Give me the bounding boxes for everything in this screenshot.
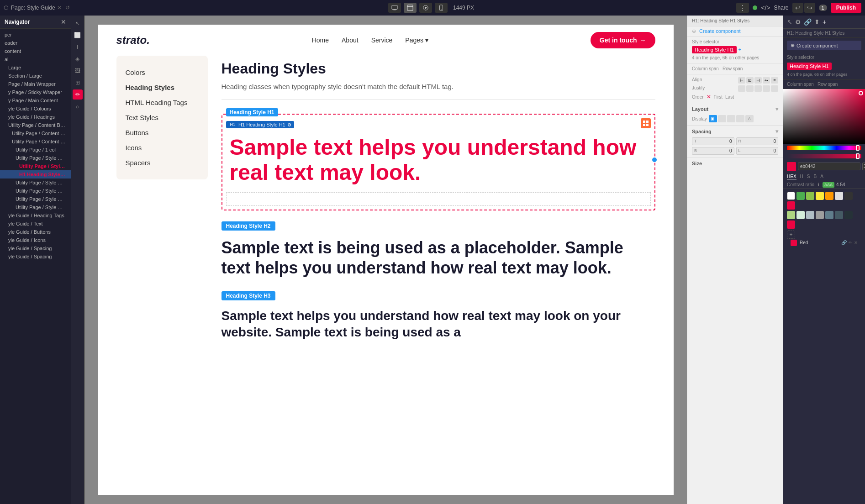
nav-item-content-header[interactable]: Utility Page / Content Header <box>0 129 71 137</box>
swatch-white[interactable] <box>787 192 795 200</box>
swatch-steelblue[interactable] <box>825 211 833 219</box>
hex-input[interactable] <box>798 163 860 170</box>
display-block-btn[interactable]: ▣ <box>709 115 717 122</box>
swatch-darkblue[interactable] <box>835 211 843 219</box>
grid-icon[interactable] <box>641 118 651 128</box>
cta-button[interactable]: Get in touch → <box>591 32 655 48</box>
nav-item-icons[interactable]: yle Guide / Icons <box>0 236 71 244</box>
color-hue-bar[interactable] <box>787 146 861 150</box>
undo-button[interactable]: ↩ <box>792 3 803 13</box>
nav-item[interactable]: per <box>0 31 71 39</box>
canvas-area[interactable]: strato. Home About Service Pages ▾ Get i… <box>84 16 687 504</box>
swatch-link-icon[interactable]: 🔗 <box>841 240 847 245</box>
nav-item-main-content[interactable]: y Page / Main Content <box>0 96 71 105</box>
swatch-lightgray[interactable] <box>835 192 843 200</box>
menu-icons[interactable]: Icons <box>126 140 199 155</box>
justify-end-btn[interactable] <box>746 85 754 92</box>
resize-handle[interactable] <box>652 158 657 162</box>
nav-item[interactable]: content <box>0 47 71 55</box>
menu-service[interactable]: Service <box>371 37 393 44</box>
nav-item-content-main[interactable]: Utility Page / Content Main <box>0 137 71 146</box>
nav-item[interactable]: Page / Main Wrapper <box>0 80 71 88</box>
arrow-tool[interactable]: ↖ <box>73 18 83 28</box>
hue-cursor[interactable] <box>856 145 860 151</box>
align-baseline-btn[interactable]: ≡ <box>771 77 778 84</box>
nav-item[interactable]: Large <box>0 63 71 72</box>
nav-item-style-guide-5[interactable]: Utility Page / Style Guide <box>0 203 71 211</box>
grid-tool[interactable]: ⊞ <box>73 78 83 88</box>
swatch-edit-icon[interactable]: ✏ <box>849 240 852 245</box>
menu-home[interactable]: Home <box>312 37 329 44</box>
swatch-add-button[interactable]: + <box>787 231 795 239</box>
refresh-icon[interactable]: ↺ <box>65 5 70 11</box>
page-tab[interactable]: Page: Style Guide ✕ ↺ <box>11 5 70 11</box>
margin-bottom[interactable]: B 0 <box>692 147 734 155</box>
h-tab[interactable]: H <box>800 174 803 179</box>
swatch-red[interactable] <box>787 201 795 210</box>
nav-item-1col[interactable]: Utility Page / 1 col <box>0 146 71 154</box>
pen-tool[interactable]: ✏ <box>73 89 83 100</box>
style-value-badge[interactable]: Heading Style H1 <box>692 46 737 53</box>
margin-left[interactable]: L 0 <box>736 147 779 155</box>
menu-text-styles[interactable]: Text Styles <box>126 110 199 125</box>
nav-item-headings[interactable]: yle Guide / Headings <box>0 113 71 121</box>
menu-pages[interactable]: Pages ▾ <box>405 37 428 44</box>
color-preview-swatch[interactable] <box>787 162 796 171</box>
nav-item[interactable]: eader <box>0 39 71 47</box>
cp-style-badge[interactable]: Heading Style H1 <box>787 63 832 70</box>
margin-top[interactable]: T 0 <box>692 137 734 145</box>
color-gradient[interactable] <box>783 89 865 144</box>
menu-spacers[interactable]: Spacers <box>126 155 199 170</box>
redo-button[interactable]: ↪ <box>804 3 815 13</box>
image-tool[interactable]: 🖼 <box>73 66 83 76</box>
named-swatch-color[interactable] <box>791 240 797 246</box>
nav-item-spacing-1[interactable]: yle Guide / Spacing <box>0 244 71 252</box>
justify-start-btn[interactable] <box>738 85 745 92</box>
nav-item-style-guide-inner[interactable]: Utility Page / Style Gui... <box>0 162 71 170</box>
menu-html-heading-tags[interactable]: HTML Heading Tags <box>126 95 199 110</box>
swatch-dark[interactable] <box>844 192 853 200</box>
layout-expand-icon[interactable]: ▾ <box>775 106 778 112</box>
hex-tab[interactable]: HEX <box>787 174 796 179</box>
cp-create-component[interactable]: ⊕ Create component <box>787 41 861 50</box>
swatch-verydark[interactable] <box>844 211 853 219</box>
nav-item-heading-tags[interactable]: yle Guide / Heading Tags <box>0 211 71 220</box>
nav-item[interactable]: Section / Large <box>0 72 71 80</box>
nav-item-h1-selected[interactable]: H1 Heading Style H1 <box>0 170 71 178</box>
color-cursor[interactable] <box>859 91 863 95</box>
preview-icon[interactable] <box>419 3 432 13</box>
canvas-view-icon[interactable] <box>404 3 417 13</box>
nav-item-style-guide-2[interactable]: Utility Page / Style Guide <box>0 178 71 187</box>
swatch-lime[interactable] <box>787 211 795 219</box>
mobile-view-icon[interactable] <box>435 3 448 13</box>
cp-link-tool[interactable]: 🔗 <box>804 18 812 26</box>
desktop-view-icon[interactable] <box>388 3 401 13</box>
align-end-btn[interactable]: ⊣ <box>754 77 762 84</box>
justify-center-btn[interactable] <box>754 85 762 92</box>
menu-colors[interactable]: Colors <box>126 65 199 80</box>
style-add-icon[interactable]: + <box>738 47 742 53</box>
cp-add-tool[interactable]: + <box>823 18 826 26</box>
alpha-cursor[interactable] <box>856 153 860 159</box>
justify-around-btn[interactable] <box>771 85 778 92</box>
frame-tool[interactable]: ⬜ <box>73 30 83 40</box>
spacing-expand-icon[interactable]: ▾ <box>775 128 778 135</box>
cp-settings-tool[interactable]: ⚙ <box>795 18 801 26</box>
s-tab[interactable]: S <box>807 174 810 179</box>
swatch-lightgreen[interactable] <box>806 192 814 200</box>
display-more-btn[interactable]: A <box>745 115 754 122</box>
code-view-icon[interactable]: </> <box>761 4 770 11</box>
more-options-icon[interactable]: ⋮ <box>736 3 749 13</box>
display-none-btn[interactable] <box>736 115 744 122</box>
align-start-btn[interactable]: ⊢ <box>738 77 745 84</box>
nav-item-content-block[interactable]: Utility Page / Content Block <box>0 121 71 129</box>
color-alpha-bar[interactable] <box>787 154 861 158</box>
search-tool[interactable]: ⌕ <box>73 101 83 111</box>
justify-between-btn[interactable] <box>763 85 770 92</box>
navigator-close[interactable]: ✕ <box>61 18 66 26</box>
nav-item-style-guide-1[interactable]: Utility Page / Style Guide <box>0 154 71 162</box>
nav-item-colours[interactable]: yle Guide / Colours <box>0 105 71 113</box>
nav-item-sticky[interactable]: y Page / Sticky Wrapper <box>0 88 71 96</box>
swatch-red2[interactable] <box>787 220 795 229</box>
h-input[interactable] <box>862 163 865 170</box>
